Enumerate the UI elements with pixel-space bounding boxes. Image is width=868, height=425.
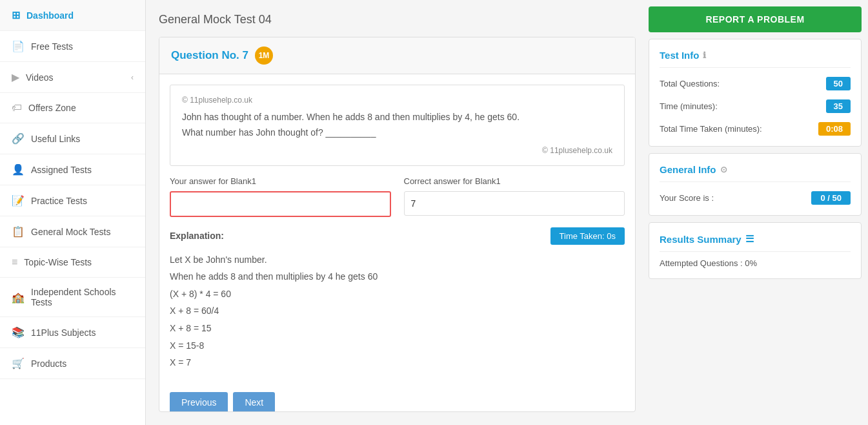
copyright-bottom: © 11plusehelp.co.uk — [182, 146, 612, 155]
subjects-icon: 📚 — [12, 326, 25, 338]
sidebar-item-general-mock-tests[interactable]: 📋 General Mock Tests — [0, 216, 145, 247]
sidebar-item-label: Videos — [26, 72, 54, 83]
mark-badge: 1M — [255, 47, 273, 65]
sidebar-item-label: Dashboard — [26, 10, 74, 21]
results-icon: ☰ — [745, 233, 754, 245]
question-body: © 11plusehelp.co.uk John has thought of … — [170, 85, 625, 166]
sidebar-item-products[interactable]: 🛒 Products — [0, 348, 145, 379]
total-time-taken-value: 0:08 — [818, 122, 851, 136]
sidebar-item-dashboard[interactable]: ⊞ Dashboard — [0, 0, 145, 31]
score-value: 0 / 50 — [811, 191, 851, 205]
total-time-taken-label: Total Time Taken (minutes): — [660, 124, 762, 134]
explanation-text: Let X be John's number. When he adds 8 a… — [170, 251, 625, 371]
explanation-line-4: X + 8 = 60/4 — [170, 302, 625, 320]
question-text-line2: What number has John thought of? _______… — [182, 125, 612, 141]
correct-answer-value: 7 — [404, 191, 625, 216]
dashboard-icon: ⊞ — [12, 9, 20, 21]
right-panel: REPORT A PROBLEM Test Info ℹ Total Quest… — [649, 0, 868, 425]
your-answer-label: Your answer for Blank1 — [170, 176, 391, 186]
time-row: Time (minutes): 35 — [660, 99, 851, 113]
previous-button[interactable]: Previous — [170, 392, 228, 412]
sidebar-item-label: Independent Schools Tests — [31, 287, 134, 307]
question-header: Question No. 7 1M — [159, 37, 635, 74]
free-tests-icon: 📄 — [12, 40, 25, 52]
sidebar-item-offers-zone[interactable]: 🏷 Offers Zone — [0, 93, 145, 123]
page-title: General Mock Test 04 — [159, 13, 636, 26]
sidebar-item-label: Free Tests — [31, 41, 73, 52]
next-button[interactable]: Next — [233, 392, 275, 412]
results-summary-title: Results Summary ☰ — [660, 233, 851, 252]
explanation-title: Explanation: — [170, 231, 224, 241]
test-info-card: Test Info ℹ Total Questions: 50 Time (mi… — [649, 39, 862, 147]
score-label: Your Score is : — [660, 193, 714, 203]
sidebar-item-assigned-tests[interactable]: 👤 Assigned Tests — [0, 154, 145, 185]
sidebar-item-label: Topic-Wise Tests — [24, 257, 92, 267]
explanation-line-1: Let X be John's number. — [170, 251, 625, 269]
sidebar-item-useful-links[interactable]: 🔗 Useful Links — [0, 123, 145, 154]
explanation-line-5: X + 8 = 15 — [170, 320, 625, 337]
general-info-card: General Info ⊙ Your Score is : 0 / 50 — [649, 153, 862, 216]
sidebar-item-11plus-subjects[interactable]: 📚 11Plus Subjects — [0, 317, 145, 348]
correct-answer-block: Correct answer for Blank1 7 — [404, 176, 625, 217]
sidebar-item-label: Products — [31, 358, 66, 369]
question-number: Question No. 7 — [171, 49, 248, 62]
total-questions-row: Total Questions: 50 — [660, 77, 851, 90]
sidebar-item-independent-schools[interactable]: 🏫 Independent Schools Tests — [0, 278, 145, 317]
sidebar-item-topic-wise-tests[interactable]: ≡ Topic-Wise Tests — [0, 247, 145, 278]
question-text-line1: John has thought of a number. When he ad… — [182, 110, 612, 125]
sidebar-item-videos[interactable]: ▶ Videos ‹ — [0, 62, 145, 93]
explanation-line-3: (X + 8) * 4 = 60 — [170, 285, 625, 303]
sidebar-item-free-tests[interactable]: 📄 Free Tests — [0, 31, 145, 62]
total-questions-value: 50 — [826, 77, 851, 90]
answer-section: Your answer for Blank1 Correct answer fo… — [159, 176, 635, 227]
sidebar-item-label: 11Plus Subjects — [31, 327, 96, 338]
sidebar-item-practice-tests[interactable]: 📝 Practice Tests — [0, 185, 145, 216]
copyright-top: © 11plusehelp.co.uk — [182, 96, 612, 105]
explanation-section: Explanation: Time Taken: 0s Let X be Joh… — [159, 227, 635, 382]
sidebar-item-label: Assigned Tests — [31, 165, 92, 175]
attempted-questions: Attempted Questions : 0% — [660, 258, 851, 268]
explanation-line-2: When he adds 8 and then multiplies by 4 … — [170, 268, 625, 285]
links-icon: 🔗 — [12, 132, 25, 145]
results-summary-card: Results Summary ☰ Attempted Questions : … — [649, 222, 862, 279]
main-content: General Mock Test 04 Question No. 7 1M ©… — [146, 0, 649, 425]
topic-icon: ≡ — [12, 256, 17, 268]
your-answer-block: Your answer for Blank1 — [170, 176, 391, 217]
test-info-title: Test Info ℹ — [660, 50, 851, 68]
total-questions-label: Total Questions: — [660, 79, 720, 88]
info-icon-test: ℹ — [703, 50, 706, 60]
total-time-taken-row: Total Time Taken (minutes): 0:08 — [660, 122, 851, 136]
your-answer-input[interactable] — [170, 191, 391, 217]
explanation-line-7: X = 7 — [170, 354, 625, 371]
explanation-line-6: X = 15-8 — [170, 337, 625, 355]
schools-icon: 🏫 — [12, 291, 25, 304]
time-taken-button[interactable]: Time Taken: 0s — [550, 227, 625, 245]
sidebar-item-label: Offers Zone — [28, 103, 76, 113]
general-info-title: General Info ⊙ — [660, 164, 851, 182]
sidebar: ⊞ Dashboard 📄 Free Tests ▶ Videos ‹ 🏷 Of… — [0, 0, 146, 425]
practice-icon: 📝 — [12, 194, 25, 207]
products-icon: 🛒 — [12, 357, 25, 369]
explanation-header: Explanation: Time Taken: 0s — [170, 227, 625, 245]
chevron-icon: ‹ — [131, 73, 134, 82]
sidebar-item-label: General Mock Tests — [31, 227, 110, 237]
time-value: 35 — [826, 99, 851, 113]
sidebar-item-label: Useful Links — [31, 134, 80, 144]
offers-icon: 🏷 — [12, 102, 22, 114]
videos-icon: ▶ — [12, 71, 19, 83]
report-problem-button[interactable]: REPORT A PROBLEM — [649, 6, 862, 32]
nav-buttons: Previous Next — [159, 382, 635, 412]
time-label: Time (minutes): — [660, 101, 718, 111]
assigned-icon: 👤 — [12, 163, 25, 176]
mock-icon: 📋 — [12, 225, 25, 238]
info-icon-general: ⊙ — [720, 165, 727, 174]
sidebar-item-label: Practice Tests — [31, 196, 87, 206]
score-row: Your Score is : 0 / 50 — [660, 191, 851, 205]
question-card: Question No. 7 1M © 11plusehelp.co.uk Jo… — [159, 37, 636, 412]
correct-answer-label: Correct answer for Blank1 — [404, 176, 625, 186]
